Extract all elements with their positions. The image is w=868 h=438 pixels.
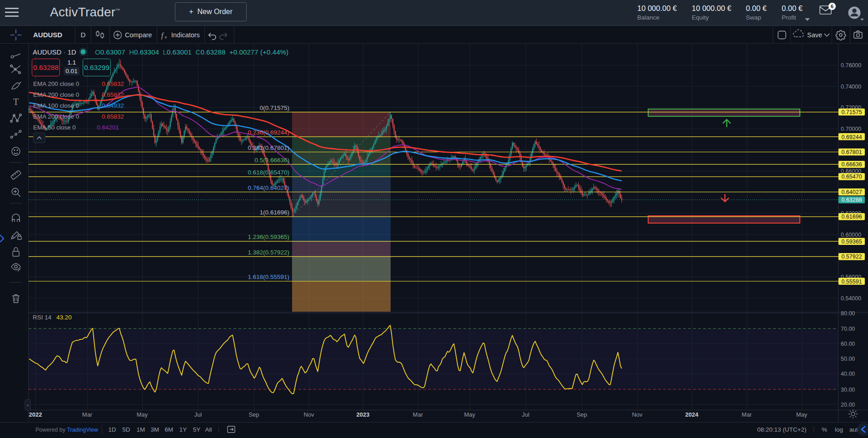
svg-text:2024: 2024	[685, 411, 699, 418]
svg-text:1Y: 1Y	[179, 426, 187, 433]
svg-text:%: %	[822, 426, 827, 433]
svg-text:0.64027: 0.64027	[841, 189, 862, 195]
svg-text:0.57922: 0.57922	[841, 254, 862, 260]
svg-text:Compare: Compare	[125, 31, 152, 39]
svg-text:0.54000: 0.54000	[841, 295, 861, 302]
svg-text:2023: 2023	[357, 411, 370, 418]
svg-text:0.618(0.65470): 0.618(0.65470)	[248, 169, 289, 176]
svg-text:1.382(0.57922): 1.382(0.57922)	[248, 249, 289, 256]
svg-text:f: f	[161, 31, 164, 40]
svg-text:0.66636: 0.66636	[841, 161, 862, 168]
svg-text:Mar: Mar	[742, 411, 752, 418]
svg-text:70.00: 70.00	[841, 326, 855, 332]
svg-text:1.236(0.59365): 1.236(0.59365)	[248, 234, 289, 240]
svg-text:Save: Save	[807, 31, 822, 39]
svg-text:0.65470: 0.65470	[841, 174, 862, 180]
svg-text:AUDUSD: AUDUSD	[33, 31, 62, 39]
svg-text:Nov: Nov	[632, 411, 643, 418]
svg-text:D: D	[81, 31, 86, 39]
svg-text:May: May	[464, 411, 476, 418]
svg-text:0.67801: 0.67801	[841, 149, 862, 155]
svg-text:0.63288: 0.63288	[841, 197, 862, 203]
svg-text:0.5(0.66636): 0.5(0.66636)	[254, 157, 289, 164]
svg-text:0.60000: 0.60000	[841, 232, 861, 238]
svg-text:1.618(0.55591): 1.618(0.55591)	[248, 274, 289, 280]
svg-text:Jul: Jul	[522, 411, 530, 418]
svg-text:All: All	[205, 426, 212, 433]
svg-text:0.69244: 0.69244	[841, 134, 862, 140]
svg-text:6M: 6M	[165, 426, 174, 433]
svg-text:80.00: 80.00	[841, 310, 855, 317]
svg-text:0.55591: 0.55591	[841, 279, 862, 285]
svg-text:May: May	[796, 411, 808, 418]
svg-text:Indicators: Indicators	[171, 31, 200, 39]
svg-text:1D: 1D	[108, 426, 116, 433]
svg-text:Sep: Sep	[576, 411, 587, 418]
svg-text:3M: 3M	[151, 426, 159, 433]
svg-text:60.00: 60.00	[841, 341, 855, 347]
svg-text:1(0.61696): 1(0.61696)	[260, 209, 289, 216]
svg-text:0.59365: 0.59365	[841, 239, 862, 245]
svg-text:Jul: Jul	[194, 411, 202, 418]
svg-text:5Y: 5Y	[193, 426, 201, 433]
svg-text:×: ×	[164, 35, 167, 40]
svg-text:0.76000: 0.76000	[841, 62, 861, 69]
svg-text:0.382(0.67801): 0.382(0.67801)	[248, 144, 289, 151]
svg-text:0.74000: 0.74000	[841, 84, 861, 90]
svg-text:May: May	[137, 411, 148, 418]
svg-text:Nov: Nov	[303, 411, 314, 418]
svg-text:Mar: Mar	[413, 411, 423, 418]
svg-text:Mar: Mar	[82, 411, 93, 418]
svg-text:Sep: Sep	[248, 411, 259, 418]
svg-text:aut: aut	[849, 426, 858, 433]
svg-text:T: T	[13, 97, 19, 107]
svg-text:0.236(0.69244): 0.236(0.69244)	[248, 129, 289, 136]
svg-text:0.70000: 0.70000	[841, 126, 861, 132]
svg-text:Powered by TradingView: Powered by TradingView	[35, 427, 99, 433]
svg-text:1M: 1M	[137, 426, 145, 433]
svg-text:30.00: 30.00	[841, 387, 855, 393]
svg-text:08:20:13 (UTC+2): 08:20:13 (UTC+2)	[757, 426, 806, 433]
svg-text:50.00: 50.00	[841, 356, 855, 362]
svg-text:20.00: 20.00	[841, 402, 855, 408]
svg-text:‹: ‹	[27, 402, 29, 408]
svg-text:0(0.71575): 0(0.71575)	[260, 105, 289, 111]
svg-text:0.61696: 0.61696	[841, 214, 862, 220]
svg-text:40.00: 40.00	[841, 371, 855, 377]
svg-text:0.764(0.64027): 0.764(0.64027)	[248, 184, 289, 191]
svg-text:0.71575: 0.71575	[841, 109, 862, 115]
svg-text:log: log	[835, 426, 843, 433]
svg-text:5D: 5D	[122, 426, 130, 433]
